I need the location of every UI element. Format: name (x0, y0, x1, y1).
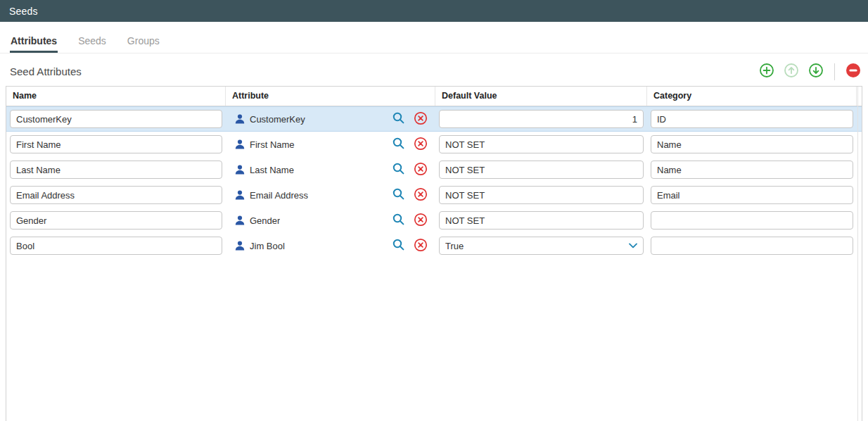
clear-circle-x-icon (414, 111, 428, 127)
name-input[interactable] (10, 135, 222, 153)
search-attribute-button[interactable] (392, 162, 405, 177)
search-icon (392, 111, 405, 127)
chevron-down-icon[interactable] (629, 243, 637, 249)
default-value-input[interactable] (439, 237, 644, 255)
name-cell (6, 182, 226, 208)
row-gutter (857, 182, 862, 208)
clear-circle-x-icon (414, 137, 428, 153)
name-input[interactable] (10, 237, 222, 255)
column-header-attribute: Attribute (226, 87, 435, 106)
name-cell (6, 233, 226, 258)
category-input[interactable] (651, 237, 853, 255)
clear-attribute-button[interactable] (414, 111, 428, 127)
section-title: Seed Attributes (10, 65, 82, 77)
add-row-button[interactable] (759, 63, 774, 80)
category-cell (647, 182, 857, 208)
category-input[interactable] (651, 161, 853, 179)
person-icon (234, 139, 245, 150)
clear-circle-x-icon (414, 187, 428, 203)
name-input[interactable] (10, 186, 222, 204)
default-value-cell (435, 182, 647, 208)
column-header-gutter (857, 87, 868, 106)
table-row[interactable]: Email Address (6, 182, 862, 208)
name-cell (6, 132, 226, 157)
name-input[interactable] (10, 110, 222, 128)
attribute-cell: Last Name (226, 157, 435, 182)
clear-attribute-button[interactable] (414, 187, 428, 203)
attribute-cell: First Name (226, 132, 435, 157)
category-cell (647, 106, 857, 132)
table-row[interactable]: First Name (6, 132, 862, 157)
default-value-cell (435, 157, 647, 182)
default-value-cell (435, 132, 647, 157)
search-attribute-button[interactable] (392, 137, 405, 152)
move-down-icon (808, 63, 824, 80)
search-icon (392, 187, 405, 203)
search-icon (392, 162, 405, 177)
table-row[interactable]: CustomerKey (6, 106, 862, 132)
category-cell (647, 208, 857, 233)
attribute-label: Gender (250, 215, 280, 226)
category-cell (647, 233, 857, 258)
attribute-label: First Name (250, 139, 295, 150)
table-row[interactable]: Gender (6, 208, 862, 233)
clear-attribute-button[interactable] (414, 238, 428, 254)
person-icon (234, 240, 245, 251)
section-header: Seed Attributes (0, 54, 868, 86)
tab-seeds[interactable]: Seeds (77, 30, 107, 53)
search-attribute-button[interactable] (392, 238, 405, 253)
table-body: CustomerKey (6, 106, 862, 258)
search-attribute-button[interactable] (392, 213, 405, 228)
name-cell (6, 208, 226, 233)
tab-groups[interactable]: Groups (127, 30, 160, 53)
name-cell (6, 157, 226, 182)
person-icon (234, 164, 245, 175)
tab-attributes[interactable]: Attributes (10, 30, 58, 53)
row-toolbar (759, 63, 861, 80)
row-gutter (857, 157, 862, 182)
row-gutter (857, 132, 862, 157)
search-attribute-button[interactable] (392, 187, 405, 203)
category-input[interactable] (651, 211, 853, 230)
default-value-input[interactable] (439, 135, 644, 153)
attribute-label: Last Name (250, 165, 294, 175)
toolbar-divider (834, 63, 835, 80)
default-value-input[interactable] (439, 110, 644, 128)
attribute-cell: CustomerKey (226, 106, 435, 132)
clear-attribute-button[interactable] (414, 137, 428, 153)
search-attribute-button[interactable] (392, 111, 405, 127)
table-row[interactable]: Jim Bool (6, 233, 862, 258)
table-row[interactable]: Last Name (6, 157, 862, 182)
default-value-input[interactable] (439, 186, 644, 204)
category-cell (647, 132, 857, 157)
name-input[interactable] (10, 161, 222, 179)
clear-circle-x-icon (414, 213, 428, 229)
category-cell (647, 157, 857, 182)
category-input[interactable] (651, 110, 853, 128)
attribute-cell: Email Address (226, 182, 435, 208)
default-value-cell (435, 233, 647, 258)
column-header-name: Name (6, 87, 226, 106)
default-value-input[interactable] (439, 211, 644, 230)
default-value-input[interactable] (439, 161, 644, 179)
column-header-category: Category (647, 87, 857, 106)
person-icon (234, 113, 245, 125)
attribute-cell: Gender (226, 208, 435, 233)
attribute-cell: Jim Bool (226, 233, 435, 258)
move-up-button[interactable] (784, 63, 799, 80)
name-input[interactable] (10, 211, 222, 230)
category-input[interactable] (651, 186, 853, 204)
search-icon (392, 238, 405, 253)
row-gutter (857, 208, 862, 233)
default-value-cell (435, 208, 647, 233)
clear-attribute-button[interactable] (414, 162, 428, 178)
clear-attribute-button[interactable] (414, 213, 428, 229)
move-down-button[interactable] (808, 63, 824, 80)
row-gutter (857, 233, 862, 258)
row-gutter (857, 106, 862, 132)
column-header-default-value: Default Value (435, 87, 647, 106)
category-input[interactable] (651, 135, 853, 153)
attribute-label: Jim Bool (250, 241, 285, 251)
remove-row-button[interactable] (845, 63, 861, 80)
search-icon (392, 213, 405, 228)
